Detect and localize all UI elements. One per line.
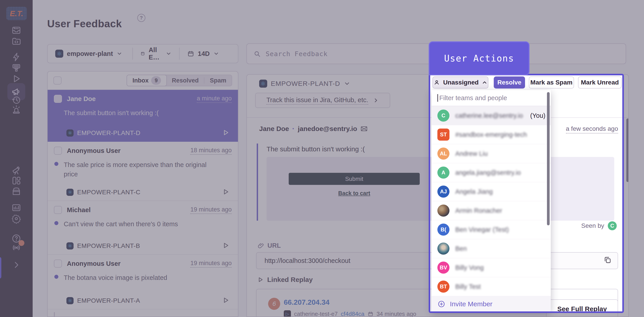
sidebar-item-alerts-icon[interactable] — [10, 103, 22, 116]
feedback-message: The sale price is more expensive than th… — [64, 160, 220, 179]
select-all-checkbox[interactable] — [54, 76, 62, 84]
item-checkbox[interactable] — [54, 260, 62, 268]
feedback-timestamp: 18 minutes ago — [190, 147, 232, 155]
member-name-redacted: Angela Jiang — [455, 188, 493, 196]
assignee-option[interactable]: B( Ben Vinegar (Test) — [432, 220, 551, 239]
feedback-list-item[interactable]: Anonymous User 18 minutes ago The sale p… — [48, 142, 238, 201]
sidebar-item-settings-icon[interactable] — [10, 212, 22, 225]
feedback-message: Can't view the cart when there's 0 items — [64, 219, 178, 229]
assignee-option[interactable]: C catherine.lee@sentry.io (You) — [432, 106, 551, 125]
mark-as-spam-button[interactable]: Mark as Spam — [529, 76, 574, 88]
sidebar-item-stats-icon[interactable] — [10, 202, 22, 214]
sidebar-item-broadcast-icon[interactable] — [10, 242, 22, 254]
assignee-option[interactable]: Armin Ronacher — [432, 201, 551, 220]
replay-session-name: catherine-test-e7 — [294, 310, 338, 317]
copy-icon[interactable] — [603, 256, 612, 266]
member-name-redacted: catherine.lee@sentry.io — [455, 112, 523, 120]
edge-accent-fragment — [0, 257, 1, 278]
track-issue-button[interactable]: Track this issue in Jira, GitHub, etc. — [255, 93, 390, 108]
assignee-option[interactable]: Ben — [432, 239, 551, 258]
member-name-redacted: Armin Ronacher — [455, 207, 502, 214]
member-name-redacted: angela.jiang@sentry.io — [455, 169, 521, 176]
help-circle-icon[interactable]: ? — [137, 14, 145, 22]
mark-unread-button[interactable]: Mark Unread — [578, 76, 622, 88]
invite-member-row[interactable]: Invite Member — [432, 296, 551, 312]
search-placeholder: Search Feedback — [266, 50, 328, 58]
sidebar: E.T. — [0, 0, 33, 317]
item-checkbox[interactable] — [54, 312, 55, 317]
member-avatar: C — [438, 110, 450, 122]
project-name: EMPOWER-PLANT-A — [77, 297, 140, 304]
project-selector[interactable]: ⚛ empower-plant — [48, 44, 132, 63]
feedback-list-item[interactable]: Anonymous User 19 minutes ago The botana… — [48, 255, 238, 310]
sidebar-item-expand-icon[interactable] — [10, 259, 22, 271]
sidebar-item-projects-icon[interactable] — [10, 35, 22, 47]
replay-play-icon[interactable] — [222, 188, 230, 196]
unread-dot — [54, 162, 58, 166]
dropdown-scrollbar[interactable] — [547, 92, 550, 225]
received-timestamp[interactable]: a few seconds ago — [566, 125, 618, 134]
see-full-replay-button[interactable]: See Full Replay — [546, 299, 618, 317]
feedback-list-item-partial[interactable] — [48, 310, 238, 317]
embedded-back-link: Back to cart — [289, 190, 420, 196]
item-checkbox[interactable] — [54, 95, 62, 103]
sidebar-item-insights-icon[interactable] — [10, 185, 22, 198]
replay-session-hash[interactable]: cf4d84ca — [341, 310, 364, 317]
environment-selector[interactable]: All E… — [133, 44, 179, 63]
replay-play-icon[interactable] — [222, 242, 230, 250]
feedback-message: The submit button isn't working :( — [64, 108, 159, 118]
member-name-redacted: Ben Vinegar (Test) — [455, 226, 509, 234]
seen-by-row: Seen by C — [581, 221, 617, 230]
item-checkbox[interactable] — [54, 206, 62, 214]
replay-play-icon[interactable] — [222, 296, 230, 305]
mailbox-tabs: Inbox 9 Resolved Spam — [126, 75, 232, 86]
replay-project-icon: ▷ — [284, 310, 291, 317]
tab-resolved[interactable]: Resolved — [166, 75, 204, 86]
url-value: http://localhost:3000/checkout — [264, 257, 350, 264]
detail-project-name: EMPOWER-PLANT-D — [271, 80, 340, 88]
member-name-redacted: Billy Vong — [455, 264, 484, 272]
assignee-filter-input[interactable]: Filter teams and people — [432, 90, 551, 106]
resolve-button[interactable]: Resolve — [494, 76, 525, 88]
assignee-option[interactable]: BV Billy Vong — [432, 258, 551, 277]
assignee-option[interactable]: BT Billy Test — [432, 277, 551, 296]
message-quote-bar — [257, 144, 258, 221]
author-name: Jane Doe — [259, 125, 289, 132]
sidebar-item-collect-icon[interactable] — [10, 62, 22, 74]
item-checkbox[interactable] — [54, 147, 62, 155]
project-selector-label: empower-plant — [67, 50, 113, 58]
detail-project-selector[interactable]: ⚛ EMPOWER-PLANT-D — [259, 80, 350, 88]
replay-play-icon[interactable] — [222, 129, 230, 137]
org-logo-text: E.T. — [10, 9, 23, 18]
assignee-option[interactable]: A angela.jiang@sentry.io — [432, 163, 551, 182]
project-name: EMPOWER-PLANT-B — [77, 242, 140, 250]
chevron-up-icon — [482, 80, 488, 86]
feedback-list-item[interactable]: Jane Doe a minute ago The submit button … — [48, 90, 238, 142]
plus-circle-icon — [438, 300, 446, 308]
feedback-timestamp: 19 minutes ago — [190, 206, 232, 214]
chevron-down-icon — [344, 80, 350, 87]
replay-user-avatar: 6 — [268, 298, 280, 310]
member-avatar: ST — [438, 128, 450, 140]
date-range-selector[interactable]: 14D — [180, 44, 238, 63]
tab-inbox[interactable]: Inbox 9 — [126, 75, 167, 86]
assignee-option[interactable]: ST #sandbox-emerging-tech — [432, 125, 551, 144]
assignee-option[interactable]: AJ Angela Jiang — [432, 182, 551, 201]
assignee-dropdown-button[interactable]: Unassigned — [432, 76, 488, 88]
feedback-list-item[interactable]: Michael 19 minutes ago Can't view the ca… — [48, 201, 238, 255]
linked-replay-section-label[interactable]: Linked Replay — [257, 276, 312, 284]
react-project-icon: ⚛ — [66, 189, 74, 196]
member-name-redacted: #sandbox-emerging-tech — [455, 131, 527, 138]
detail-scrollbar[interactable] — [626, 118, 629, 182]
org-logo[interactable]: E.T. — [6, 7, 27, 20]
assignee-option[interactable]: AL Andrew Liu — [432, 144, 551, 163]
member-avatar: BV — [438, 262, 450, 274]
app-window: E.T. User Feedback ? ⚛ empower-plant All… — [0, 0, 644, 317]
chevron-down-icon — [213, 51, 219, 56]
replay-ip-link[interactable]: 66.207.204.34 — [284, 298, 330, 306]
feedback-author: Michael — [67, 206, 90, 214]
member-name-redacted: Ben — [455, 245, 467, 252]
member-avatar: B( — [438, 224, 450, 236]
member-name-redacted: Andrew Liu — [455, 150, 488, 158]
tab-spam[interactable]: Spam — [204, 75, 232, 86]
